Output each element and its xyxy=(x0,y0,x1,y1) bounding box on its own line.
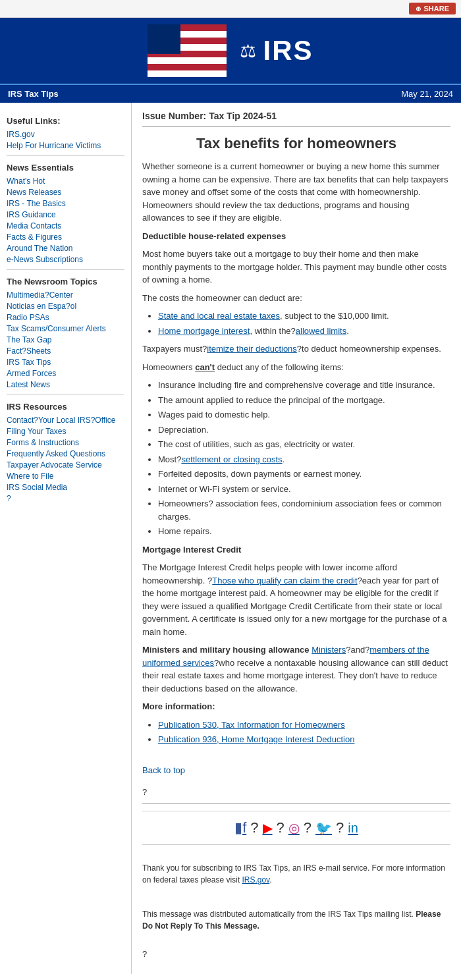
sidebar-link[interactable]: Multimedia?Center xyxy=(7,290,124,300)
more-info-list: Publication 530, Tax Information for Hom… xyxy=(158,719,450,746)
newsroom-container: Multimedia?CenterNoticias en Espa?olRadi… xyxy=(7,290,124,389)
article-title: Tax benefits for homeowners xyxy=(142,135,450,152)
pub-530-link[interactable]: Publication 530, Tax Information for Hom… xyxy=(158,720,345,730)
sidebar-link[interactable]: Where to File xyxy=(7,472,124,481)
ministers-heading: Ministers and military housing allowance xyxy=(142,645,312,655)
sidebar-link[interactable]: Noticias en Espa?ol xyxy=(7,302,124,311)
no-reply-notice: Please Do Not Reply To This Message. xyxy=(142,910,441,931)
sidebar-link[interactable]: Frequently Asked Questions xyxy=(7,449,124,458)
sidebar-link[interactable]: News Releases xyxy=(7,188,124,197)
sidebar-divider-3 xyxy=(7,395,124,395)
cannot-strong: can't xyxy=(195,362,215,372)
footer-question-mark: ? xyxy=(142,948,450,961)
main-layout: Useful Links: IRS.govHelp For Hurricane … xyxy=(0,103,461,974)
social-separator-1: ? xyxy=(250,819,258,836)
sidebar-link[interactable]: IRS Social Media xyxy=(7,483,124,492)
sidebar-link[interactable]: Help For Hurricane Victims xyxy=(7,141,124,150)
facebook-link[interactable]: ▮f xyxy=(234,819,246,836)
sidebar: Useful Links: IRS.govHelp For Hurricane … xyxy=(0,103,132,974)
sidebar-link[interactable]: IRS.gov xyxy=(7,130,124,139)
date-bar: IRS Tax Tips May 21, 2024 xyxy=(0,84,461,103)
share-bar: ⊕ SHARE xyxy=(0,0,461,18)
home-mortgage-link[interactable]: Home mortgage interest xyxy=(158,326,250,336)
sidebar-link[interactable]: Forms & Instructions xyxy=(7,438,124,447)
sidebar-link[interactable]: IRS Tax Tips xyxy=(7,358,124,367)
content-area: Issue Number: Tax Tip 2024-51 Tax benefi… xyxy=(132,103,461,974)
cannot-item: Depreciation. xyxy=(158,423,450,437)
social-separator-4: ? xyxy=(336,819,344,836)
cannot-item: Most?settlement or closing costs. xyxy=(158,453,450,466)
flag-area xyxy=(148,24,227,77)
qualify-credit-link[interactable]: Those who qualify can claim the credit xyxy=(212,576,357,585)
irs-resources-container: Contact?Your Local IRS?OfficeFiling Your… xyxy=(7,416,124,503)
pub-936-link[interactable]: Publication 936, Home Mortgage Interest … xyxy=(158,734,354,744)
cannot-deduct-list: Insurance including fire and comprehensi… xyxy=(158,379,450,538)
sidebar-link[interactable]: IRS - The Basics xyxy=(7,199,124,208)
deductible-intro: The costs the homeowner can deduct are: xyxy=(142,292,450,305)
cannot-item: Forfeited deposits, down payments or ear… xyxy=(158,468,450,481)
irs-gov-link[interactable]: IRS.gov xyxy=(242,875,269,885)
instagram-icon: ◎ xyxy=(288,821,300,835)
sidebar-link[interactable]: Contact?Your Local IRS?Office xyxy=(7,416,124,425)
sidebar-divider-1 xyxy=(7,155,124,156)
sidebar-link[interactable]: e-News Subscriptions xyxy=(7,255,124,264)
footer-note-text1: Thank you for subscribing to IRS Tax Tip… xyxy=(142,862,450,886)
back-to-top-link[interactable]: Back to top xyxy=(142,765,185,775)
footer-note-text2: This message was distributed automatical… xyxy=(142,908,450,932)
sidebar-link[interactable]: Radio PSAs xyxy=(7,313,124,322)
linkedin-link[interactable]: in xyxy=(348,819,358,836)
deductible-item-1: State and local real estate taxes, subje… xyxy=(158,310,450,323)
sidebar-link[interactable]: ? xyxy=(7,494,124,503)
deductible-heading: Deductible house-related expenses xyxy=(142,230,450,243)
irs-logo-text: IRS xyxy=(263,35,313,67)
sidebar-link[interactable]: Fact?Sheets xyxy=(7,346,124,356)
settlement-costs-link[interactable]: settlement or closing costs xyxy=(181,454,282,464)
sidebar-link[interactable]: IRS Guidance xyxy=(7,210,124,219)
more-info-heading: More information: xyxy=(142,700,450,713)
cannot-item: Home repairs. xyxy=(158,525,450,538)
allowed-limits-link[interactable]: allowed limits xyxy=(296,326,346,336)
share-button[interactable]: ⊕ SHARE xyxy=(409,3,456,14)
youtube-link[interactable]: ▶ xyxy=(263,819,273,836)
more-info-item-1: Publication 530, Tax Information for Hom… xyxy=(158,719,450,732)
cannot-item: Wages paid to domestic help. xyxy=(158,408,450,422)
irs-logo-area: ⚖ IRS xyxy=(240,35,313,67)
itemize-deductions-link[interactable]: itemize their deductions xyxy=(207,344,297,354)
article-question-mark: ? xyxy=(142,786,450,799)
itemize-text: Taxpayers must?itemize their deductions?… xyxy=(142,342,450,356)
sidebar-link[interactable]: Armed Forces xyxy=(7,369,124,378)
news-essentials-container: What's HotNews ReleasesIRS - The BasicsI… xyxy=(7,177,124,264)
cannot-item: Internet or Wi-Fi system or service. xyxy=(158,483,450,496)
irs-resources-title: IRS Resources xyxy=(7,402,124,412)
publication-name: IRS Tax Tips xyxy=(8,89,59,99)
ministers-link[interactable]: Ministers xyxy=(312,645,346,655)
twitter-link[interactable]: 🐦 xyxy=(315,819,332,836)
facebook-icon: ▮f xyxy=(234,819,246,836)
cannot-item: The amount applied to reduce the princip… xyxy=(158,394,450,407)
state-taxes-link[interactable]: State and local real estate taxes xyxy=(158,311,280,321)
deductible-item-2: Home mortgage interest, within the?allow… xyxy=(158,325,450,338)
ministers-text: Ministers and military housing allowance… xyxy=(142,643,450,695)
sidebar-link[interactable]: Latest News xyxy=(7,380,124,389)
more-info-item-2: Publication 936, Home Mortgage Interest … xyxy=(158,733,450,746)
share-label: SHARE xyxy=(423,5,449,13)
useful-links-container: IRS.govHelp For Hurricane Victims xyxy=(7,130,124,150)
sidebar-link[interactable]: Taxpayer Advocate Service xyxy=(7,460,124,470)
sidebar-link[interactable]: Media Contacts xyxy=(7,221,124,231)
newsroom-title: The Newsroom Topics xyxy=(7,277,124,286)
sidebar-link[interactable]: Around The Nation xyxy=(7,244,124,253)
flag-blue xyxy=(148,24,180,54)
sidebar-link[interactable]: Filing Your Taxes xyxy=(7,427,124,436)
irs-header: ⚖ IRS xyxy=(0,18,461,84)
cannot-item: The cost of utilities, such as gas, elec… xyxy=(158,438,450,451)
issue-number: Issue Number: Tax Tip 2024-51 xyxy=(142,111,450,121)
sidebar-link[interactable]: The Tax Gap xyxy=(7,335,124,344)
sidebar-link[interactable]: Tax Scams/Consumer Alerts xyxy=(7,324,124,333)
footer-note: Thank you for subscribing to IRS Tax Tip… xyxy=(142,852,450,942)
social-area: ▮f ? ▶ ? ◎ ? 🐦 ? in xyxy=(142,811,450,845)
sidebar-link[interactable]: Facts & Figures xyxy=(7,232,124,242)
twitter-icon: 🐦 xyxy=(315,821,332,835)
sidebar-link[interactable]: What's Hot xyxy=(7,177,124,186)
deductible-list: State and local real estate taxes, subje… xyxy=(158,310,450,337)
instagram-link[interactable]: ◎ xyxy=(288,819,300,836)
